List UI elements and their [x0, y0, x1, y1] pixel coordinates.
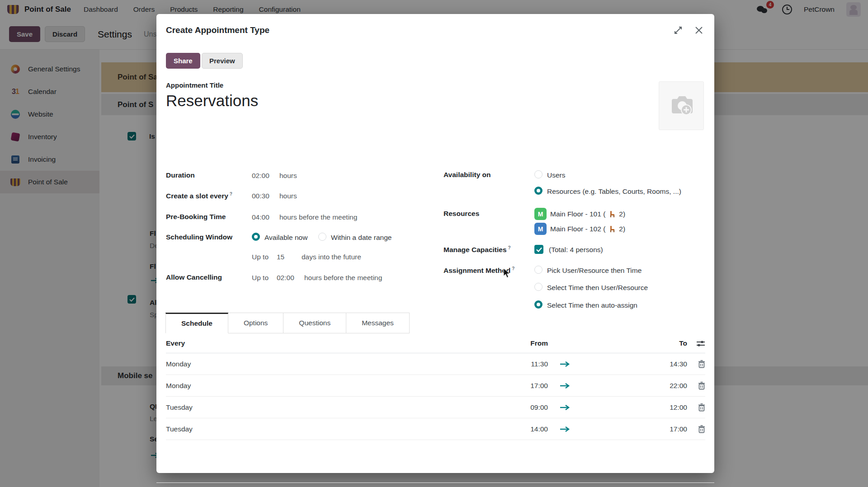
col-every: Every [166, 339, 523, 347]
row-day[interactable]: Tuesday [166, 425, 523, 433]
upto-days-input[interactable]: 15 [277, 253, 284, 261]
radio-pick-user-resource-label[interactable]: Pick User/Resource then Time [547, 267, 642, 275]
schedule-row[interactable]: Tuesday 09:00 12:00 [166, 397, 705, 418]
expand-icon[interactable] [674, 26, 683, 35]
cancel-suffix: hours before the meeting [304, 274, 382, 282]
help-icon: ? [512, 266, 514, 271]
modal-footer: Save & Close Discard [156, 482, 714, 487]
modal-header: Create Appointment Type [156, 14, 714, 47]
prebooking-suffix: hours before the meeting [279, 213, 357, 221]
mouse-cursor [503, 268, 511, 278]
close-icon[interactable] [694, 26, 703, 35]
row-to[interactable]: 12:00 [582, 403, 687, 412]
appointment-title-input[interactable]: Reservations [166, 92, 258, 110]
duration-label: Duration [166, 171, 195, 179]
row-from[interactable]: 11:30 [523, 360, 548, 368]
scheduling-window-label: Scheduling Window [166, 233, 232, 241]
arrow-right-icon [560, 383, 571, 389]
schedule-row[interactable]: Monday 11:30 14:30 [166, 353, 705, 375]
delete-row-icon[interactable] [698, 403, 705, 412]
delete-row-icon[interactable] [698, 425, 705, 433]
duration-input[interactable]: 02:00 [252, 172, 269, 180]
row-to[interactable]: 17:00 [582, 425, 687, 433]
row-to[interactable]: 14:30 [582, 360, 687, 368]
radio-auto-assign[interactable] [534, 300, 542, 309]
share-button[interactable]: Share [166, 53, 200, 69]
tab-questions[interactable]: Questions [283, 313, 346, 333]
arrow-right-icon [560, 361, 571, 367]
row-from[interactable]: 09:00 [523, 403, 548, 412]
manage-capacities-label: Manage Capacities? [443, 245, 511, 254]
prebooking-input[interactable]: 04:00 [252, 213, 269, 221]
radio-available-now-label[interactable]: Available now [264, 234, 307, 242]
slot-every-input[interactable]: 00:30 [252, 192, 269, 200]
slot-every-label: Create a slot every? [166, 192, 232, 200]
appointment-title-label: Appointment Title [166, 81, 223, 89]
screen: Point of Sale Dashboard Orders Products … [0, 0, 868, 487]
row-from[interactable]: 17:00 [523, 382, 548, 390]
modal-tabs: Schedule Options Questions Messages [165, 313, 410, 333]
upto-suffix: days into the future [302, 253, 361, 261]
resource-item[interactable]: M Main Floor - 101 ( 2) [534, 208, 625, 220]
tab-schedule[interactable]: Schedule [165, 313, 228, 333]
radio-resources-label[interactable]: Resources (e.g. Tables, Courts, Rooms, .… [547, 187, 681, 196]
schedule-row[interactable]: Tuesday 14:00 17:00 [166, 418, 705, 440]
radio-pick-user-resource[interactable] [534, 266, 542, 274]
manage-capacities-checkbox[interactable] [534, 245, 543, 254]
cancel-hours-input[interactable]: 02:00 [277, 274, 294, 282]
optional-columns-icon[interactable] [696, 339, 705, 347]
duration-suffix: hours [279, 172, 297, 180]
camera-add-icon [667, 94, 695, 118]
arrow-right-icon [560, 426, 571, 432]
radio-users[interactable] [534, 170, 542, 178]
prebooking-label: Pre-Booking Time [166, 213, 226, 221]
radio-date-range[interactable] [318, 233, 326, 241]
modal-title: Create Appointment Type [166, 25, 269, 35]
resources-label: Resources [443, 210, 479, 218]
arrow-right-icon [560, 405, 571, 410]
col-from: From [523, 339, 548, 347]
preview-button[interactable]: Preview [202, 53, 243, 69]
row-day[interactable]: Monday [166, 382, 523, 390]
tab-messages[interactable]: Messages [346, 313, 410, 333]
radio-available-now[interactable] [252, 233, 260, 241]
schedule-row[interactable]: Monday 17:00 22:00 [166, 375, 705, 397]
col-to: To [582, 339, 687, 347]
create-appointment-type-modal: Create Appointment Type Share Preview Ap… [156, 14, 714, 473]
resource-name: Main Floor - 102 ( [550, 225, 605, 233]
resource-capacity: 2) [619, 225, 625, 233]
image-placeholder[interactable] [659, 81, 704, 130]
resource-avatar-tag: M [534, 208, 547, 220]
delete-row-icon[interactable] [698, 382, 705, 390]
upto-prefix: Up to [252, 253, 269, 261]
row-to[interactable]: 22:00 [582, 382, 687, 390]
radio-users-label[interactable]: Users [547, 171, 565, 179]
help-icon: ? [230, 192, 232, 197]
help-icon: ? [508, 245, 511, 250]
tab-options[interactable]: Options [228, 313, 283, 333]
radio-date-range-label[interactable]: Within a date range [331, 234, 392, 242]
resource-avatar-tag: M [534, 223, 547, 235]
resource-name: Main Floor - 101 ( [550, 210, 605, 218]
row-from[interactable]: 14:00 [523, 425, 548, 433]
radio-auto-assign-label[interactable]: Select Time then auto-assign [547, 301, 637, 309]
row-day[interactable]: Monday [166, 360, 523, 368]
radio-select-time-user-label[interactable]: Select Time then User/Resource [547, 284, 648, 292]
capacities-total: (Total: 4 persons) [549, 246, 603, 254]
radio-resources[interactable] [534, 187, 542, 195]
availability-label: Availability on [443, 171, 491, 179]
schedule-table-header: Every From To [166, 333, 705, 353]
slot-every-suffix: hours [279, 192, 297, 200]
delete-row-icon[interactable] [698, 360, 705, 368]
resource-capacity: 2) [619, 210, 625, 218]
cancel-prefix: Up to [252, 274, 269, 282]
allow-cancelling-label: Allow Cancelling [166, 273, 222, 281]
row-day[interactable]: Tuesday [166, 403, 523, 412]
chair-icon [609, 225, 615, 233]
schedule-table: Every From To Monday 1 [166, 333, 705, 450]
resource-item[interactable]: M Main Floor - 102 ( 2) [534, 223, 625, 235]
schedule-empty-row [166, 440, 705, 450]
radio-select-time-user[interactable] [534, 283, 542, 291]
chair-icon [609, 211, 615, 218]
